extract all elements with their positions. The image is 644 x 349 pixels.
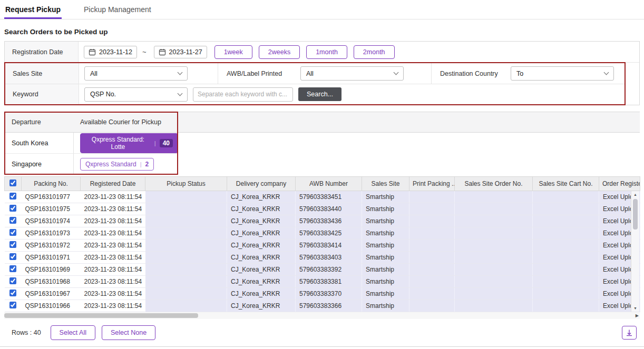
- date-from-field[interactable]: 2023-11-12: [84, 46, 137, 58]
- destination-country-label: Destination Country: [432, 70, 505, 77]
- row-checkbox[interactable]: [9, 229, 16, 236]
- cell-sales-site-cart-no: [533, 288, 599, 300]
- col-registered-date: Registered Date: [81, 177, 145, 191]
- cell-pickup-status: [145, 300, 227, 312]
- cell-print-packing: [409, 215, 455, 227]
- tab-request-pickup[interactable]: Request Pickup: [4, 0, 62, 19]
- cell-sales-site: Smartship: [362, 227, 409, 240]
- pill-separator: |: [140, 161, 142, 167]
- cell-awb-number: 579603383440: [296, 203, 362, 215]
- vertical-scrollbar[interactable]: ▲ ▼: [631, 191, 639, 312]
- cell-sales-site: Smartship: [362, 264, 409, 276]
- registration-date-label: Registration Date: [5, 42, 79, 62]
- cell-print-packing: [409, 264, 455, 276]
- row-checkbox-cell: [5, 191, 22, 203]
- row-checkbox[interactable]: [9, 205, 16, 212]
- departure-country: South Korea: [4, 133, 74, 154]
- cell-sales-site: Smartship: [362, 240, 409, 252]
- range-2month-button[interactable]: 2month: [354, 45, 395, 59]
- row-checkbox[interactable]: [9, 241, 16, 248]
- cell-awb-number: 579603383436: [296, 215, 362, 227]
- select-all-button[interactable]: Select All: [51, 325, 95, 340]
- cell-registered-date: 2023-11-23 08:11:54: [81, 227, 145, 240]
- row-checkbox[interactable]: [9, 302, 16, 308]
- table-row: QSP1631019682023-11-23 08:11:54CJ_Korea_…: [5, 276, 640, 288]
- keyword-type-value: QSP No.: [90, 91, 116, 98]
- cell-sales-site-cart-no: [533, 252, 599, 264]
- courier-singapore-button[interactable]: Qxpress Standard | 2: [80, 158, 154, 171]
- col-sales-site-order-no: Sales Site Order No.: [455, 177, 533, 191]
- awb-label-printed-label: AWB/Label Printed: [218, 70, 295, 77]
- cell-sales-site-order-no: [455, 276, 533, 288]
- tab-pickup-management[interactable]: Pickup Management: [83, 0, 152, 19]
- highlighted-filter-zone: Sales Site All AWB/Label Printed All Des…: [4, 62, 626, 105]
- range-1week-button[interactable]: 1week: [214, 45, 252, 59]
- row-checkbox-cell: [5, 203, 22, 215]
- range-1month-button[interactable]: 1month: [306, 45, 347, 59]
- search-button[interactable]: Search...: [298, 87, 341, 101]
- row-checkbox[interactable]: [9, 290, 16, 296]
- scroll-up-arrow[interactable]: ▲: [631, 193, 639, 196]
- keyword-input[interactable]: [193, 87, 293, 102]
- scroll-to-bottom-button[interactable]: [622, 326, 637, 340]
- sales-site-value: All: [90, 70, 97, 77]
- cell-registered-date: 2023-11-23 08:11:54: [81, 300, 145, 312]
- available-courier-header: Available Courier for Pickup: [74, 112, 178, 132]
- row-checkbox[interactable]: [9, 253, 16, 260]
- cell-pickup-status: [145, 240, 227, 252]
- orders-tbody: QSP1631019772023-11-23 08:11:54CJ_Korea_…: [5, 191, 640, 312]
- cell-awb-number: 579603383370: [296, 288, 362, 300]
- row-checkbox-cell: [5, 288, 22, 300]
- cell-delivery-company: CJ_Korea_KRKR: [227, 227, 296, 240]
- cell-packing-no: QSP163101972: [22, 240, 81, 252]
- cell-registered-date: 2023-11-23 08:11:54: [81, 203, 145, 215]
- scroll-right-arrow[interactable]: ▶: [636, 313, 639, 318]
- keyword-row: Keyword QSP No. Search...: [5, 84, 625, 104]
- table-row: QSP1631019672023-11-23 08:11:54CJ_Korea_…: [5, 288, 640, 300]
- select-all-checkbox[interactable]: [9, 180, 16, 186]
- select-none-button[interactable]: Select None: [102, 325, 155, 340]
- date-to-field[interactable]: 2023-11-27: [154, 46, 207, 58]
- row-checkbox[interactable]: [9, 217, 16, 224]
- cell-sales-site-order-no: [455, 191, 533, 203]
- courier-south-korea-button[interactable]: Qxpress Standard: Lotte | 40: [80, 133, 178, 153]
- row-checkbox-cell: [5, 227, 22, 240]
- cell-awb-number: 579603383366: [296, 300, 362, 312]
- cell-sales-site-cart-no: [533, 227, 599, 240]
- cell-delivery-company: CJ_Korea_KRKR: [227, 276, 296, 288]
- horizontal-scrollbar[interactable]: ▶: [4, 312, 640, 319]
- table-row: QSP1631019732023-11-23 08:11:54CJ_Korea_…: [5, 227, 640, 240]
- cell-sales-site-cart-no: [533, 215, 599, 227]
- row-checkbox[interactable]: [9, 265, 16, 272]
- awb-label-printed-select[interactable]: All: [300, 66, 404, 81]
- cell-sales-site: Smartship: [362, 252, 409, 264]
- cell-packing-no: QSP163101977: [22, 191, 81, 203]
- col-pickup-status: Pickup Status: [145, 177, 227, 191]
- table-row: QSP1631019662023-11-23 08:11:54CJ_Korea_…: [5, 300, 640, 312]
- pill-separator: |: [154, 140, 156, 146]
- courier-name: Qxpress Standard: [85, 161, 136, 168]
- scroll-to-bottom-icon: [626, 329, 633, 336]
- cell-print-packing: [409, 203, 455, 215]
- scroll-down-arrow[interactable]: ▼: [631, 306, 639, 310]
- calendar-icon: [89, 48, 96, 56]
- page-bottom-divider: [0, 346, 644, 347]
- row-checkbox[interactable]: [9, 277, 16, 284]
- vertical-scroll-thumb[interactable]: [633, 199, 638, 230]
- keyword-type-select[interactable]: QSP No.: [84, 87, 188, 102]
- cell-registered-date: 2023-11-23 08:11:54: [81, 215, 145, 227]
- cell-delivery-company: CJ_Korea_KRKR: [227, 240, 296, 252]
- destination-country-select[interactable]: To: [511, 66, 614, 81]
- row-checkbox[interactable]: [9, 193, 16, 200]
- cell-sales-site-cart-no: [533, 300, 599, 312]
- cell-sales-site-cart-no: [533, 203, 599, 215]
- range-2weeks-button[interactable]: 2weeks: [259, 45, 300, 59]
- cell-packing-no: QSP163101967: [22, 288, 81, 300]
- cell-sales-site-cart-no: [533, 191, 599, 203]
- horizontal-scroll-thumb[interactable]: [4, 313, 198, 318]
- cell-sales-site: Smartship: [362, 288, 409, 300]
- sales-site-select[interactable]: All: [84, 66, 188, 81]
- chevron-down-icon: [394, 70, 399, 75]
- departure-country: Singapore: [4, 154, 74, 175]
- orders-grid: Packing No. Registered Date Pickup Statu…: [4, 176, 640, 312]
